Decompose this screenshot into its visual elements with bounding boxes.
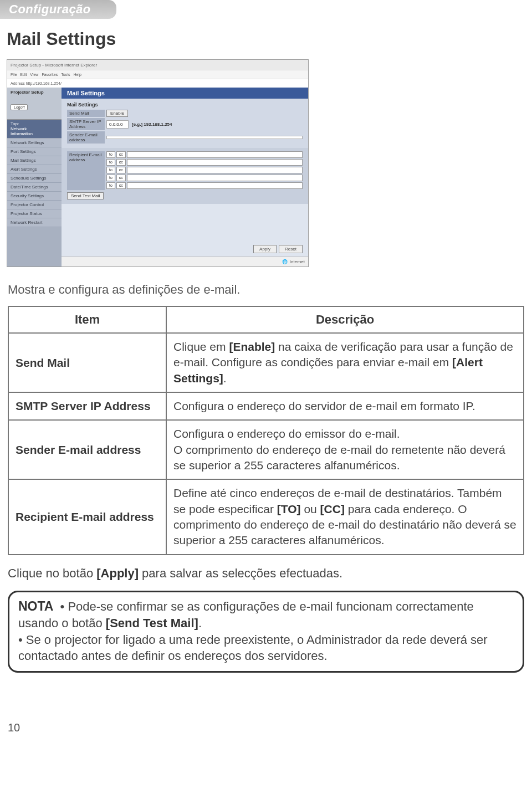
to-radio[interactable]: to: [106, 175, 115, 181]
intro-text: Mostra e configura as definições de e-ma…: [0, 277, 532, 306]
sidebar-item[interactable]: Projector Control: [7, 201, 62, 209]
address-label: Address: [11, 81, 25, 85]
th-desc: Descrição: [166, 306, 524, 333]
browser-menu: File Edit View Favorites Tools Help: [7, 70, 308, 79]
to-radio[interactable]: to: [106, 167, 115, 173]
menu-item[interactable]: File: [11, 73, 17, 76]
screenshot-sidebar: Projector Setup Logoff Top: Network Info…: [7, 88, 62, 267]
main-subtitle: Mail Settings: [67, 102, 303, 107]
cc-radio[interactable]: cc: [116, 175, 126, 181]
to-radio[interactable]: to: [106, 151, 115, 158]
address-value: http://192.168.1.254/: [26, 81, 62, 85]
nota-box: NOTA • Pode-se confirmar se as configura…: [8, 591, 524, 673]
desc-smtp: Configura o endereço do servidor de e-ma…: [166, 392, 524, 420]
sidebar-item[interactable]: Port Settings: [7, 147, 62, 156]
field-label-sendmail: Send Mail: [67, 110, 105, 117]
cc-radio[interactable]: cc: [116, 159, 126, 166]
sidebar-item[interactable]: Schedule Settings: [7, 174, 62, 183]
th-item: Item: [8, 306, 166, 333]
item-sender: Sender E-mail address: [8, 420, 166, 479]
menu-item[interactable]: Edit: [20, 73, 27, 76]
item-recipient: Recipient E-mail address: [8, 479, 166, 554]
sidebar-item[interactable]: Mail Settings: [7, 156, 62, 165]
page-number: 10: [0, 683, 532, 742]
apply-button[interactable]: Apply: [253, 245, 277, 253]
cc-radio[interactable]: cc: [116, 167, 126, 173]
browser-statusbar: 🌐 Internet: [62, 257, 308, 267]
item-send-mail: Send Mail: [8, 333, 166, 392]
nota-label: NOTA: [18, 599, 53, 613]
settings-table: Item Descrição Send Mail Clique em [Enab…: [8, 306, 524, 555]
globe-icon: 🌐: [282, 259, 288, 264]
desc-send-mail: Clique em [Enable] na caixa de verificaç…: [166, 333, 524, 392]
recipient-input[interactable]: [127, 167, 303, 173]
item-smtp: SMTP Server IP Address: [8, 392, 166, 420]
page-title: Mail Settings: [0, 25, 532, 59]
logoff-button[interactable]: Logoff: [11, 104, 28, 110]
sidebar-top-block[interactable]: Top: Network Information: [7, 120, 62, 139]
screenshot-browser-window: Projector Setup - Microsoft Internet Exp…: [7, 59, 309, 267]
sidebar-item[interactable]: Network Settings: [7, 139, 62, 147]
field-label-smtp: SMTP Server IP Address: [67, 118, 105, 130]
to-radio[interactable]: to: [106, 182, 115, 189]
browser-chrome: Projector Setup - Microsoft Internet Exp…: [7, 60, 308, 88]
menu-item[interactable]: Tools: [61, 73, 70, 76]
sidebar-item[interactable]: Date/Time Settings: [7, 183, 62, 192]
sidebar-nav: Top: Network Information Network Setting…: [7, 120, 62, 227]
browser-titlebar: Projector Setup - Microsoft Internet Exp…: [7, 60, 308, 70]
to-radio[interactable]: to: [106, 159, 115, 166]
sidebar-item[interactable]: Security Settings: [7, 192, 62, 201]
menu-item[interactable]: View: [30, 73, 38, 76]
section-header: Configuração: [0, 0, 116, 19]
recipient-input[interactable]: [127, 175, 303, 181]
status-text: Internet: [290, 259, 305, 264]
screenshot-main: Mail Settings Mail Settings Send Mail En…: [62, 88, 308, 267]
smtp-ip-example: [e.g.] 192.168.1.254: [132, 122, 172, 127]
cc-radio[interactable]: cc: [116, 151, 126, 158]
cc-radio[interactable]: cc: [116, 182, 126, 189]
recipient-input[interactable]: [127, 182, 303, 189]
sidebar-item[interactable]: Alert Settings: [7, 165, 62, 174]
browser-address-bar[interactable]: Address http://192.168.1.254/: [7, 79, 308, 88]
apply-instruction: Clique no botão [Apply] para salvar as s…: [0, 564, 532, 591]
sender-input[interactable]: [106, 136, 303, 139]
desc-sender: Configura o endereço do emissor do e-mai…: [166, 420, 524, 479]
sidebar-item[interactable]: Network Restart: [7, 218, 62, 227]
menu-item[interactable]: Favorites: [42, 73, 58, 76]
menu-item[interactable]: Help: [74, 73, 81, 76]
main-header: Mail Settings: [62, 88, 308, 99]
reset-button[interactable]: Reset: [279, 245, 303, 253]
recipient-input[interactable]: [127, 159, 303, 166]
sidebar-header: Projector Setup Logoff: [7, 88, 62, 120]
field-label-sender: Sender E-mail address: [67, 131, 105, 144]
sidebar-product-name: Projector Setup: [7, 88, 62, 98]
enable-button[interactable]: Enable: [106, 110, 128, 117]
smtp-ip-input[interactable]: 0.0.0.0: [106, 120, 129, 129]
send-test-mail-button[interactable]: Send Test Mail: [67, 192, 104, 199]
sidebar-item[interactable]: Projector Status: [7, 209, 62, 218]
field-label-recipient: Recipient E-mail address: [67, 151, 105, 190]
desc-recipient: Define até cinco endereços de e-mail de …: [166, 479, 524, 554]
recipient-input[interactable]: [127, 151, 303, 158]
